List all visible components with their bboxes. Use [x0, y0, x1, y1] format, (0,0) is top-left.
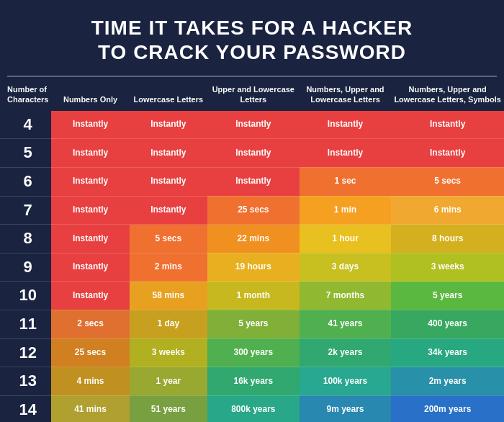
char-count: 11	[0, 310, 51, 338]
table-row: 1441 mins51 years800k years9m years200m …	[0, 395, 504, 422]
time-value: 16k years	[207, 367, 300, 396]
time-value: 8 hours	[391, 225, 504, 253]
time-value: 2 secs	[51, 310, 129, 338]
char-count: 14	[0, 395, 51, 422]
table-row: 6InstantlyInstantlyInstantly1 sec5 secs	[0, 167, 504, 196]
time-value: Instantly	[51, 167, 129, 196]
time-value: 5 secs	[391, 167, 504, 196]
char-count: 6	[0, 167, 51, 196]
time-value: Instantly	[51, 225, 129, 253]
char-count: 10	[0, 282, 51, 310]
table-container: Number of Characters Numbers Only Lowerc…	[0, 77, 504, 422]
time-value: 2m years	[391, 367, 504, 396]
col-header-2: Lowercase Letters	[130, 77, 207, 111]
col-header-num: Number of Characters	[0, 77, 51, 111]
table-row: 7InstantlyInstantly25 secs1 min6 mins	[0, 196, 504, 225]
time-value: 34k years	[391, 338, 504, 367]
time-value: Instantly	[51, 111, 129, 139]
time-value: 7 months	[300, 282, 392, 310]
table-row: 8Instantly5 secs22 mins1 hour8 hours	[0, 225, 504, 253]
char-count: 7	[0, 196, 51, 225]
time-value: 3 days	[300, 253, 392, 282]
time-value: Instantly	[391, 111, 504, 139]
time-value: 22 mins	[207, 225, 300, 253]
table-row: 9Instantly2 mins19 hours3 days3 weeks	[0, 253, 504, 282]
header: TIME IT TAKES FOR A HACKER TO CRACK YOUR…	[0, 0, 504, 76]
char-count: 9	[0, 253, 51, 282]
table-row: 4InstantlyInstantlyInstantlyInstantlyIns…	[0, 111, 504, 139]
time-value: Instantly	[130, 139, 207, 168]
table-row: 112 secs1 day5 years41 years400 years	[0, 310, 504, 338]
time-value: 800k years	[207, 395, 300, 422]
time-value: 25 secs	[51, 338, 129, 367]
char-count: 13	[0, 367, 51, 396]
time-value: 5 years	[207, 310, 300, 338]
time-value: Instantly	[130, 111, 207, 139]
time-value: 41 years	[300, 310, 392, 338]
time-value: Instantly	[391, 139, 504, 168]
time-value: Instantly	[300, 111, 392, 139]
time-value: 3 weeks	[130, 338, 207, 367]
table-row: 134 mins1 year16k years100k years2m year…	[0, 367, 504, 396]
time-value: 1 month	[207, 282, 300, 310]
table-row: 10Instantly58 mins1 month7 months5 years	[0, 282, 504, 310]
char-count: 8	[0, 225, 51, 253]
time-value: Instantly	[207, 111, 300, 139]
col-header-3: Upper and Lowercase Letters	[207, 77, 300, 111]
time-value: 400 years	[391, 310, 504, 338]
time-value: 9m years	[300, 395, 392, 422]
char-count: 5	[0, 139, 51, 168]
time-value: Instantly	[207, 167, 300, 196]
time-value: Instantly	[300, 139, 392, 168]
time-value: 200m years	[391, 395, 504, 422]
time-value: 2k years	[300, 338, 392, 367]
time-value: 100k years	[300, 367, 392, 396]
table-header-row: Number of Characters Numbers Only Lowerc…	[0, 77, 504, 111]
password-table: Number of Characters Numbers Only Lowerc…	[0, 77, 504, 422]
title: TIME IT TAKES FOR A HACKER TO CRACK YOUR…	[14, 16, 490, 64]
time-value: 1 hour	[300, 225, 392, 253]
time-value: Instantly	[51, 253, 129, 282]
time-value: 5 years	[391, 282, 504, 310]
time-value: Instantly	[130, 196, 207, 225]
time-value: Instantly	[51, 139, 129, 168]
time-value: 4 mins	[51, 367, 129, 396]
time-value: 41 mins	[51, 395, 129, 422]
time-value: 1 year	[130, 367, 207, 396]
char-count: 12	[0, 338, 51, 367]
col-header-4: Numbers, Upper and Lowercase Letters	[300, 77, 392, 111]
time-value: 51 years	[130, 395, 207, 422]
time-value: 1 day	[130, 310, 207, 338]
time-value: 5 secs	[130, 225, 207, 253]
time-value: 58 mins	[130, 282, 207, 310]
table-row: 1225 secs3 weeks300 years2k years34k yea…	[0, 338, 504, 367]
time-value: Instantly	[51, 282, 129, 310]
time-value: Instantly	[207, 139, 300, 168]
time-value: 300 years	[207, 338, 300, 367]
time-value: 1 sec	[300, 167, 392, 196]
time-value: 3 weeks	[391, 253, 504, 282]
time-value: 25 secs	[207, 196, 300, 225]
time-value: 1 min	[300, 196, 392, 225]
time-value: 6 mins	[391, 196, 504, 225]
time-value: 2 mins	[130, 253, 207, 282]
time-value: 19 hours	[207, 253, 300, 282]
time-value: Instantly	[130, 167, 207, 196]
col-header-5: Numbers, Upper and Lowercase Letters, Sy…	[391, 77, 504, 111]
col-header-1: Numbers Only	[51, 77, 129, 111]
time-value: Instantly	[51, 196, 129, 225]
char-count: 4	[0, 111, 51, 139]
table-row: 5InstantlyInstantlyInstantlyInstantlyIns…	[0, 139, 504, 168]
